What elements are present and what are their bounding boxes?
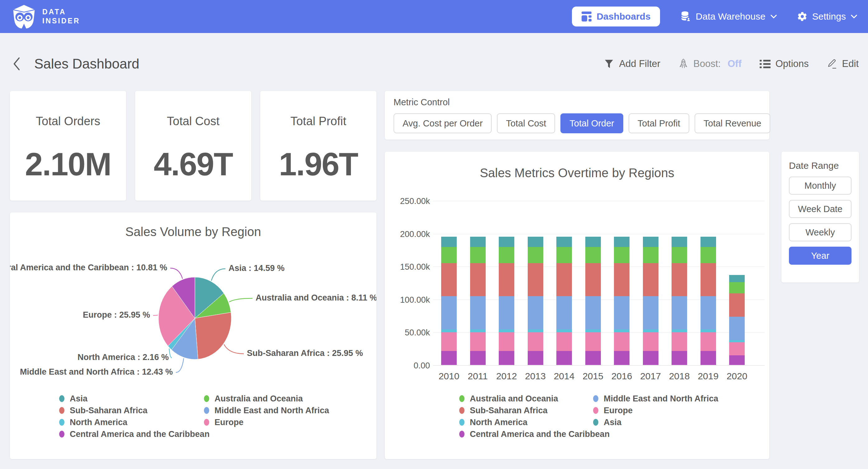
bar-segment-2012-north-america[interactable]: [499, 329, 514, 332]
bar-segment-2018-north-america[interactable]: [672, 329, 687, 332]
metric-button-total-profit[interactable]: Total Profit: [628, 113, 689, 133]
bar-segment-2020-sub-saharan-africa[interactable]: [729, 293, 745, 317]
bar-2010[interactable]: [441, 237, 457, 365]
bar-segment-2016-asia[interactable]: [614, 332, 629, 351]
bar-segment-2011-australia-and-oceania[interactable]: [470, 237, 486, 247]
bar-segment-2010-europe[interactable]: [441, 296, 457, 329]
bar-legend-item-sub-saharan-africa[interactable]: Sub-Saharan Africa: [459, 406, 610, 414]
bar-segment-2015-europe[interactable]: [585, 296, 601, 329]
bar-segment-2010-north-america[interactable]: [441, 329, 457, 332]
bar-segment-2016-central-america-and-the-caribbean[interactable]: [614, 351, 629, 365]
bar-legend-item-asia[interactable]: Asia: [593, 418, 718, 426]
bar-segment-2012-australia-and-oceania[interactable]: [499, 237, 514, 247]
edit-button[interactable]: Edit: [827, 58, 859, 69]
bar-segment-2018-australia-and-oceania[interactable]: [672, 237, 687, 247]
bar-segment-2011-europe[interactable]: [470, 296, 486, 329]
bar-segment-2010-sub-saharan-africa[interactable]: [441, 263, 457, 296]
bar-segment-2018-sub-saharan-africa[interactable]: [672, 263, 687, 296]
bar-segment-2012-sub-saharan-africa[interactable]: [499, 263, 514, 296]
bar-segment-2019-middle-east-and-north-africa[interactable]: [701, 247, 716, 263]
bar-segment-2011-sub-saharan-africa[interactable]: [470, 263, 486, 296]
pie-legend-item-sub-saharan-africa[interactable]: Sub-Saharan Africa: [59, 406, 210, 414]
bar-2014[interactable]: [556, 237, 572, 365]
bar-segment-2015-middle-east-and-north-africa[interactable]: [585, 247, 601, 263]
nav-item-settings[interactable]: Settings: [797, 11, 858, 22]
bar-segment-2016-middle-east-and-north-africa[interactable]: [614, 247, 629, 263]
date-range-button-week-date[interactable]: Week Date: [789, 200, 851, 218]
options-button[interactable]: Options: [760, 58, 809, 69]
date-range-button-monthly[interactable]: Monthly: [789, 177, 851, 195]
bar-segment-2014-central-america-and-the-caribbean[interactable]: [556, 351, 572, 365]
bar-segment-2020-asia[interactable]: [729, 342, 745, 355]
back-button[interactable]: [12, 57, 21, 71]
bar-segment-2011-north-america[interactable]: [470, 329, 486, 332]
metric-button-avg-cost-per-order[interactable]: Avg. Cost per Order: [394, 113, 492, 133]
bar-segment-2012-central-america-and-the-caribbean[interactable]: [499, 351, 514, 365]
bar-segment-2019-central-america-and-the-caribbean[interactable]: [701, 351, 716, 365]
bar-segment-2020-middle-east-and-north-africa[interactable]: [729, 282, 745, 293]
metric-button-total-cost[interactable]: Total Cost: [497, 113, 555, 133]
add-filter-button[interactable]: Add Filter: [604, 58, 660, 69]
bar-segment-2017-asia[interactable]: [643, 332, 658, 351]
bar-segment-2019-australia-and-oceania[interactable]: [701, 237, 716, 247]
bar-2012[interactable]: [499, 237, 514, 365]
bar-segment-2017-north-america[interactable]: [643, 329, 658, 332]
pie-legend-item-central-america-and-the-caribbean[interactable]: Central America and the Caribbean: [59, 430, 210, 438]
bar-segment-2016-sub-saharan-africa[interactable]: [614, 263, 629, 296]
bar-segment-2017-middle-east-and-north-africa[interactable]: [643, 247, 658, 263]
bar-segment-2012-europe[interactable]: [499, 296, 514, 329]
bar-segment-2014-middle-east-and-north-africa[interactable]: [556, 247, 572, 263]
bar-segment-2012-middle-east-and-north-africa[interactable]: [499, 247, 514, 263]
bar-legend-item-europe[interactable]: Europe: [593, 406, 718, 414]
bar-segment-2020-australia-and-oceania[interactable]: [729, 275, 745, 282]
bar-segment-2010-australia-and-oceania[interactable]: [441, 237, 457, 247]
bar-segment-2019-asia[interactable]: [701, 332, 716, 351]
nav-item-data-warehouse[interactable]: Data Warehouse: [680, 10, 777, 23]
bar-2015[interactable]: [585, 237, 601, 365]
bar-segment-2014-europe[interactable]: [556, 296, 572, 329]
bar-segment-2020-central-america-and-the-caribbean[interactable]: [729, 355, 745, 365]
bar-segment-2014-north-america[interactable]: [556, 329, 572, 332]
bar-segment-2012-asia[interactable]: [499, 332, 514, 351]
bar-2013[interactable]: [528, 237, 543, 365]
bar-segment-2013-europe[interactable]: [528, 296, 543, 329]
bar-2018[interactable]: [672, 237, 687, 365]
bar-segment-2016-north-america[interactable]: [614, 329, 629, 332]
bar-segment-2018-central-america-and-the-caribbean[interactable]: [672, 351, 687, 365]
date-range-button-weekly[interactable]: Weekly: [789, 223, 851, 241]
pie-slice-sub-saharan-africa[interactable]: [195, 312, 231, 359]
boost-toggle[interactable]: Boost:Off: [678, 58, 742, 70]
bar-segment-2013-sub-saharan-africa[interactable]: [528, 263, 543, 296]
bar-segment-2016-australia-and-oceania[interactable]: [614, 237, 629, 247]
bar-segment-2015-north-america[interactable]: [585, 329, 601, 332]
bar-segment-2015-central-america-and-the-caribbean[interactable]: [585, 351, 601, 365]
pie-legend-item-europe[interactable]: Europe: [204, 418, 329, 426]
bar-segment-2017-central-america-and-the-caribbean[interactable]: [643, 351, 658, 365]
bar-segment-2010-asia[interactable]: [441, 332, 457, 351]
bar-2011[interactable]: [470, 237, 486, 365]
bar-segment-2017-sub-saharan-africa[interactable]: [643, 263, 658, 296]
bar-segment-2016-europe[interactable]: [614, 296, 629, 329]
bar-segment-2019-sub-saharan-africa[interactable]: [701, 263, 716, 296]
bar-segment-2013-australia-and-oceania[interactable]: [528, 237, 543, 247]
bar-segment-2015-asia[interactable]: [585, 332, 601, 351]
pie-legend-item-middle-east-and-north-africa[interactable]: Middle East and North Africa: [204, 406, 329, 414]
bar-2016[interactable]: [614, 237, 629, 365]
bar-segment-2013-asia[interactable]: [528, 332, 543, 351]
bar-segment-2013-middle-east-and-north-africa[interactable]: [528, 247, 543, 263]
bar-segment-2010-middle-east-and-north-africa[interactable]: [441, 247, 457, 263]
bar-segment-2019-europe[interactable]: [701, 296, 716, 329]
bar-segment-2011-central-america-and-the-caribbean[interactable]: [470, 351, 486, 365]
metric-button-total-order[interactable]: Total Order: [560, 113, 623, 133]
bar-segment-2018-europe[interactable]: [672, 296, 687, 329]
bar-legend-item-central-america-and-the-caribbean[interactable]: Central America and the Caribbean: [459, 430, 610, 438]
bar-legend-item-australia-and-oceania[interactable]: Australia and Oceania: [459, 394, 610, 403]
pie-legend-item-australia-and-oceania[interactable]: Australia and Oceania: [204, 394, 329, 403]
metric-button-total-revenue[interactable]: Total Revenue: [694, 113, 770, 133]
bar-segment-2015-sub-saharan-africa[interactable]: [585, 263, 601, 296]
bar-segment-2011-asia[interactable]: [470, 332, 486, 351]
bar-segment-2014-asia[interactable]: [556, 332, 572, 351]
bar-segment-2013-north-america[interactable]: [528, 329, 543, 332]
bar-segment-2020-europe[interactable]: [729, 317, 745, 340]
bar-segment-2015-australia-and-oceania[interactable]: [585, 237, 601, 247]
